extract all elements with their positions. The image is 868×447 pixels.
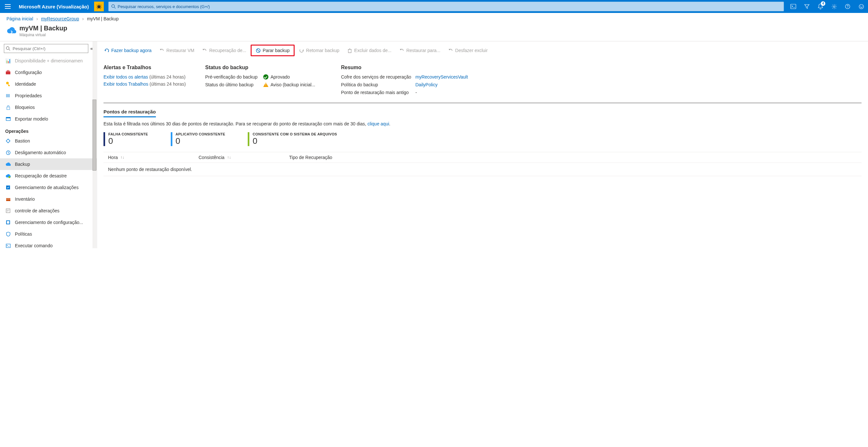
svg-point-3 <box>833 6 835 7</box>
view-jobs-link[interactable]: Exibir todos Trabalhos <box>103 82 149 87</box>
vault-link[interactable]: myRecoveryServicesVault <box>415 74 468 79</box>
sidebar-item-bastion[interactable]: Bastion <box>0 135 97 147</box>
sidebar-item-config[interactable]: Configuração <box>0 67 97 78</box>
settings-icon[interactable] <box>827 0 841 13</box>
sidebar-search-input[interactable] <box>4 44 88 53</box>
svg-rect-13 <box>7 107 10 109</box>
help-icon[interactable] <box>841 0 855 13</box>
precheck-label: Pré-verificação do backup <box>205 74 263 79</box>
global-search[interactable] <box>108 2 784 11</box>
svg-point-7 <box>860 6 861 6</box>
svg-point-17 <box>8 176 10 178</box>
topbar-actions: 4 <box>786 0 868 13</box>
svg-rect-11 <box>7 70 9 71</box>
sidebar-item-identity[interactable]: Identidade <box>0 78 97 90</box>
sidebar-item-inventory[interactable]: Inventário <box>0 193 97 205</box>
feedback-icon[interactable] <box>855 0 868 13</box>
brand-label[interactable]: Microsoft Azure (Visualização) <box>16 4 92 9</box>
resume-backup-button: Retomar backup <box>296 45 343 55</box>
bastion-icon <box>5 138 11 144</box>
backup-icon <box>5 161 11 167</box>
svg-rect-19 <box>6 198 10 201</box>
svg-point-12 <box>6 82 9 84</box>
undo-icon <box>159 48 165 53</box>
page-subtitle: Máquina virtual <box>20 33 67 37</box>
sidebar-item-properties[interactable]: Propriedades <box>0 90 97 101</box>
status-heading: Status do backup <box>205 65 321 70</box>
policy-label: Política do backup <box>341 82 415 87</box>
sidebar-item-policies[interactable]: Políticas <box>0 228 97 240</box>
alerts-heading: Alertas e Trabalhos <box>103 65 186 70</box>
sort-icon: ↑↓ <box>120 155 124 160</box>
alerts-section: Alertas e Trabalhos Exibir todos os aler… <box>103 65 186 95</box>
view-alerts-link[interactable]: Exibir todos os alertas <box>103 74 148 79</box>
col-time[interactable]: Hora↑↓ <box>108 155 198 160</box>
breadcrumb-current: myVM | Backup <box>87 16 119 21</box>
sidebar-item-disaster-recovery[interactable]: Recuperação de desastre <box>0 170 97 182</box>
check-icon <box>263 74 269 79</box>
undo-icon <box>399 48 404 53</box>
lastbackup-value: Aviso (backup inicial... <box>263 82 321 87</box>
svg-rect-2 <box>791 4 796 9</box>
oldest-value: - <box>415 90 468 95</box>
hamburger-menu[interactable] <box>0 0 16 13</box>
divider <box>103 103 862 103</box>
filter-icon[interactable] <box>800 0 814 13</box>
backup-now-button[interactable]: Fazer backup agora <box>101 45 155 55</box>
sidebar-item-run-command[interactable]: Executar comando <box>0 240 97 248</box>
delete-backup-button: Excluir dados de... <box>344 45 395 55</box>
main-content: Fazer backup agora Restaurar VM Recupera… <box>97 41 868 248</box>
col-consistency[interactable]: Consistência↑↓ <box>198 155 289 160</box>
col-type[interactable]: Tipo de Recuperação <box>289 155 857 160</box>
oldest-label: Ponto de restauração mais antigo <box>341 90 415 95</box>
global-search-input[interactable] <box>118 4 781 9</box>
sidebar-item-locks[interactable]: Bloqueios <box>0 101 97 113</box>
preview-bug-icon[interactable] <box>94 2 104 11</box>
breadcrumb-home[interactable]: Página inicial <box>6 16 33 21</box>
tab-restore-points[interactable]: Pontos de restauração <box>103 109 156 117</box>
configmgmt-icon <box>5 220 11 225</box>
summary-heading: Resumo <box>341 65 468 70</box>
changes-icon <box>5 208 11 214</box>
updates-icon <box>5 185 11 190</box>
sidebar-item-change-tracking[interactable]: controle de alterações <box>0 205 97 217</box>
cloud-backup-icon <box>6 26 16 36</box>
backup-now-icon <box>104 48 109 53</box>
cloud-shell-icon[interactable] <box>786 0 800 13</box>
sidebar-item-backup[interactable]: Backup <box>0 158 97 170</box>
svg-point-9 <box>6 46 9 50</box>
click-here-link[interactable]: clique aqui <box>367 121 389 126</box>
command-bar: Fazer backup agora Restaurar VM Recupera… <box>97 41 868 60</box>
restore-vm-button: Restaurar VM <box>156 45 197 55</box>
policy-link[interactable]: DailyPolicy <box>415 82 468 87</box>
svg-point-0 <box>97 5 100 8</box>
sidebar-item-updates[interactable]: Gerenciamento de atualizações <box>0 182 97 193</box>
tabs: Pontos de restauração <box>97 104 868 117</box>
chart-icon: 📊 <box>5 58 11 64</box>
stop-icon <box>255 48 261 53</box>
table-empty-row: Nenhum ponto de restauração disponível. <box>103 163 862 176</box>
breadcrumb-rg[interactable]: myResourceGroup <box>41 16 79 21</box>
sidebar-item-export[interactable]: Exportar modelo <box>0 113 97 125</box>
undo-icon <box>448 48 454 53</box>
counter-crash: FALHA CONSISTENTE 0 <box>103 132 148 146</box>
warning-icon <box>263 83 269 87</box>
svg-point-1 <box>112 4 115 7</box>
notifications-icon[interactable]: 4 <box>814 0 827 13</box>
search-icon <box>111 4 116 9</box>
restore-points-table: Hora↑↓ Consistência↑↓ Tipo de Recuperaçã… <box>97 152 868 176</box>
sidebar-scroll-thumb[interactable] <box>92 100 96 171</box>
sidebar-item-config-mgmt[interactable]: Gerenciamento de configuração... <box>0 217 97 228</box>
svg-point-5 <box>847 7 848 8</box>
svg-rect-15 <box>6 117 10 118</box>
stop-backup-button[interactable]: Parar backup <box>251 44 294 56</box>
sidebar-item-availability[interactable]: 📊Disponibilidade + dimensionamen <box>0 55 97 67</box>
disaster-icon <box>5 173 11 179</box>
sidebar: « 📊Disponibilidade + dimensionamen Confi… <box>0 41 97 248</box>
sidebar-section-ops: Operações <box>0 125 97 135</box>
status-section: Status do backup Pré-verificação do back… <box>205 65 321 95</box>
sidebar-item-autoshutdown[interactable]: Desligamento automático <box>0 147 97 158</box>
properties-icon <box>5 93 11 99</box>
file-recovery-button: Recuperação de... <box>199 45 249 55</box>
restore-to-button: Restaurar para... <box>396 45 443 55</box>
